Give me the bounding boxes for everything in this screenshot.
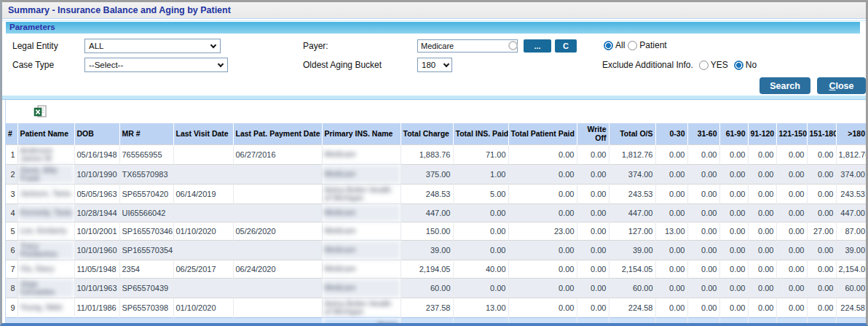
payer-input[interactable] (417, 39, 518, 53)
cell-total-os: 224.58 (609, 298, 655, 317)
cell-num: 7 (6, 260, 17, 278)
total-total-ins-paid: 130.00 (453, 317, 508, 326)
cell-num: 3 (6, 184, 17, 203)
cell-b121-150: 0.00 (776, 184, 807, 203)
payer-clear-button[interactable]: C (555, 39, 577, 53)
cell-b0-30: 0.00 (655, 184, 687, 203)
cell-b180: 374.00 (836, 164, 867, 184)
total-label: Total: (322, 317, 401, 326)
total-write-off: 0.00 (577, 317, 609, 326)
cell-total-ins-paid: 5.00 (453, 184, 508, 203)
close-button[interactable]: Close (817, 77, 866, 94)
cell-patient-name: Anderson James W (17, 144, 74, 164)
total-b121-150: 0.00 (776, 317, 807, 326)
cell-b180: 1,812.76 (836, 144, 867, 164)
cell-total-charge: 237.58 (401, 298, 453, 317)
radio-patient[interactable]: Patient (628, 40, 666, 50)
cell-b61-90: 0.00 (719, 260, 748, 278)
cell-num: 5 (6, 222, 17, 240)
cell-dob: 10/10/1990 (74, 164, 119, 184)
cell-last-visit (173, 164, 233, 184)
cell-write-off: 0.00 (577, 298, 609, 317)
cell-b31-60: 0.00 (687, 278, 719, 298)
col-header-last-payment: Last Pat. Payment Date (233, 123, 322, 144)
cell-b61-90: 0.00 (719, 164, 748, 184)
table-row: 9Young, Nikki11/01/1986SP6557039801/10/2… (6, 298, 867, 317)
cell-total-patient-paid: 0.00 (508, 260, 577, 278)
cell-patient-name: Tracy Pemberton (17, 240, 74, 260)
radio-yes[interactable]: YES (699, 60, 728, 70)
case-type-select[interactable]: --Select-- (84, 58, 228, 72)
cell-total-patient-paid: 0.00 (508, 144, 577, 164)
col-header-121-150: 121-150 (776, 123, 807, 144)
cell-b0-30: 0.00 (655, 278, 687, 298)
radio-no[interactable]: No (734, 60, 757, 70)
cell-total-os: 447.00 (609, 203, 655, 222)
cell-patient-name: Vega Cervantes (17, 278, 74, 298)
cell-b91-120: 0.00 (748, 240, 776, 260)
search-button[interactable]: Search (760, 77, 810, 94)
radio-no-label: No (746, 60, 757, 70)
cell-b151-180: 27.00 (807, 222, 836, 240)
cell-last-payment (233, 298, 322, 317)
cell-b91-120: 0.00 (748, 203, 776, 222)
col-header-primary-ins: Primary INS. Name (322, 123, 401, 144)
cell-mr: 2354 (119, 260, 173, 278)
cell-total-os: 60.00 (609, 278, 655, 298)
oldest-aging-bucket-select[interactable]: 180 (417, 58, 452, 72)
payer-browse-button[interactable]: ... (524, 39, 551, 53)
cell-write-off: 0.00 (577, 184, 609, 203)
cell-b0-30: 0.00 (655, 260, 687, 278)
cell-b0-30: 0.00 (655, 298, 687, 317)
cell-b61-90: 0.00 (719, 298, 748, 317)
cell-write-off: 0.00 (577, 240, 609, 260)
table-row: 5Lee, Kimberly10/10/2001SP16557034601/10… (6, 222, 867, 240)
cell-primary-ins: Medicare (322, 164, 401, 184)
col-header-gt-180: >180 (836, 123, 867, 144)
cell-total-ins-paid: 13.00 (453, 298, 508, 317)
excel-export-icon[interactable] (33, 105, 47, 121)
cell-num: 8 (6, 278, 17, 298)
results-section: # Patient Name DOB MR # Last Visit Date … (2, 99, 866, 326)
cell-last-payment: 05/26/2020 (233, 222, 322, 240)
cell-total-ins-paid: 1.00 (453, 164, 508, 184)
col-header-total-os: Total O/S (609, 123, 655, 144)
col-header-patient-name: Patient Name (17, 123, 74, 144)
total-total-patient-paid: 23.00 (508, 317, 577, 326)
cell-b0-30: 13.00 (655, 222, 687, 240)
cell-b151-180: 0.00 (807, 203, 836, 222)
cell-b180: 447.00 (836, 203, 867, 222)
cell-b61-90: 0.00 (719, 240, 748, 260)
chevron-down-icon (443, 61, 449, 66)
cell-last-payment: 06/27/2016 (233, 144, 322, 164)
col-header-last-visit: Last Visit Date (173, 123, 233, 144)
legal-entity-select[interactable]: ALL (84, 39, 221, 53)
cell-primary-ins: Medicare (322, 144, 401, 164)
cell-total-os: 2,154.05 (609, 260, 655, 278)
cell-b180: 243.53 (836, 184, 867, 203)
cell-b91-120: 0.00 (748, 278, 776, 298)
radio-all[interactable]: All (604, 40, 625, 50)
cell-mr: SP65570439 (119, 278, 173, 298)
results-table: # Patient Name DOB MR # Last Visit Date … (6, 123, 867, 326)
case-type-value: --Select-- (89, 61, 123, 69)
cell-num: 9 (6, 298, 17, 317)
cell-num: 6 (6, 240, 17, 260)
cell-last-visit: 06/25/2017 (173, 260, 233, 278)
cell-b91-120: 0.00 (748, 260, 776, 278)
cell-num: 1 (6, 144, 17, 164)
cell-primary-ins: Aetna Better Health of Michigan (322, 298, 401, 317)
cell-primary-ins: Medicare (322, 240, 401, 260)
radio-unselected-icon (699, 61, 709, 70)
col-header-write-off: Write Off (577, 123, 609, 144)
col-header-61-90: 61-90 (719, 123, 748, 144)
cell-last-visit (173, 203, 233, 222)
cell-b151-180: 0.00 (807, 260, 836, 278)
exclude-additional-info-group: Exclude Additional Info. YES No (602, 60, 757, 70)
cell-patient-name: Lee, Kimberly (17, 222, 74, 240)
col-header-total-patient-paid: Total Patient Paid (508, 123, 577, 144)
cell-b91-120: 0.00 (748, 144, 776, 164)
cell-b0-30: 0.00 (655, 240, 687, 260)
cell-total-os: 243.53 (609, 184, 655, 203)
col-header-0-30: 0-30 (655, 123, 687, 144)
